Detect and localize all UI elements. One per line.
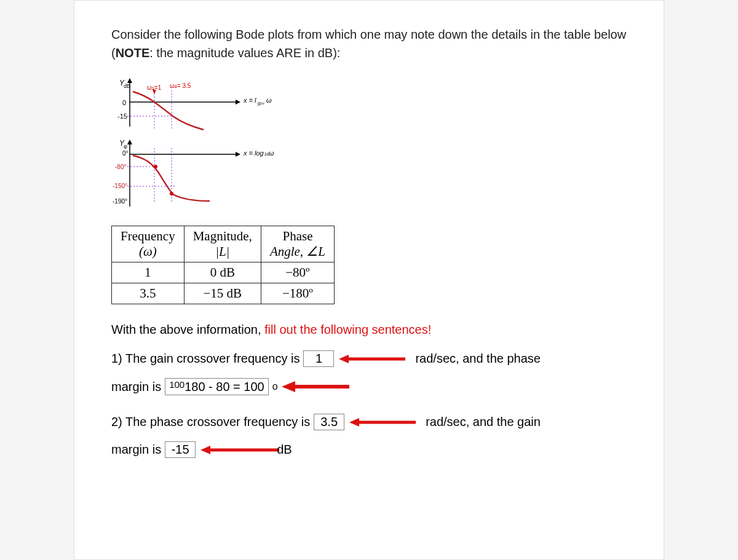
q2-label: 2) The phase crossover frequency is xyxy=(111,415,310,429)
svg-text:ω₂= 3.5: ω₂= 3.5 xyxy=(170,82,191,89)
svg-text:0°: 0° xyxy=(122,150,129,157)
arrow-icon xyxy=(199,444,273,455)
svg-text:ω: ω xyxy=(266,97,272,104)
arrow-icon xyxy=(282,381,355,392)
bode-plot-sketch: YdB 0 -15 ω₁=1 ω₂= 3.5 x = l g₁₀ ω xyxy=(111,74,627,218)
svg-point-31 xyxy=(154,165,157,168)
q1-label2: margin is xyxy=(111,380,161,394)
magnitude-plot: YdB 0 -15 ω₁=1 ω₂= 3.5 x = l g₁₀ ω xyxy=(117,78,272,130)
arrow-icon xyxy=(348,417,422,428)
svg-text:φ: φ xyxy=(124,143,127,149)
svg-text:x = log₁₀ω: x = log₁₀ω xyxy=(243,149,274,157)
intro-text: Consider the following Bode plots from w… xyxy=(111,25,627,62)
svg-text:0: 0 xyxy=(122,99,126,106)
q1-gain-crossover-input[interactable]: 1 xyxy=(303,350,334,367)
q2-line1: 2) The phase crossover frequency is 3.5 … xyxy=(111,414,627,430)
svg-text:-80°: -80° xyxy=(115,164,126,170)
th-frequency: Frequency (ω) xyxy=(112,226,184,262)
svg-marker-1 xyxy=(127,78,132,83)
svg-marker-41 xyxy=(200,446,210,454)
svg-text:g₁₀: g₁₀ xyxy=(258,100,264,106)
svg-marker-12 xyxy=(153,90,156,94)
svg-marker-35 xyxy=(339,355,349,363)
svg-marker-20 xyxy=(236,152,240,157)
cell-mag: 0 dB xyxy=(184,262,261,283)
q1-unit1: rad/sec, and the phase xyxy=(415,352,540,366)
intro-bold: NOTE xyxy=(116,46,150,60)
degree-symbol: o xyxy=(272,381,278,392)
q1-line2: margin is 100180 - 80 = 100 o xyxy=(111,378,627,395)
q2-unit1: rad/sec, and the gain xyxy=(426,415,541,429)
cell-phase: −80º xyxy=(261,262,334,283)
table-row: 3.5 −15 dB −180º xyxy=(112,283,335,304)
table-row: 1 0 dB −80º xyxy=(112,262,335,283)
arrow-icon xyxy=(338,353,411,365)
instruction-emph: fill out the following sentences! xyxy=(264,323,431,336)
svg-marker-3 xyxy=(236,100,240,105)
th-phase: Phase Angle, ∠L xyxy=(261,226,334,262)
cell-mag: −15 dB xyxy=(184,283,261,304)
q1-blank2-sup: 100 xyxy=(169,379,184,390)
q1-line1: 1) The gain crossover frequency is 1 rad… xyxy=(111,350,627,367)
cell-freq: 3.5 xyxy=(112,283,184,304)
q1-blank2-main: 180 - 80 = 100 xyxy=(184,380,264,393)
intro-part2: : the magnitude values ARE in dB): xyxy=(149,46,340,60)
instruction: With the above information, fill out the… xyxy=(111,323,627,337)
svg-marker-39 xyxy=(349,418,359,427)
svg-point-32 xyxy=(170,192,173,195)
svg-text:-150°: -150° xyxy=(113,183,127,189)
q2-unit2: dB xyxy=(277,443,292,457)
svg-marker-37 xyxy=(282,381,295,392)
svg-text:-15: -15 xyxy=(117,112,127,120)
cell-freq: 1 xyxy=(112,262,184,283)
q2-gain-margin-input[interactable]: -15 xyxy=(165,441,196,458)
q2-line2: margin is -15 dB xyxy=(111,441,627,458)
q2-label2: margin is xyxy=(111,443,161,457)
svg-text:dB: dB xyxy=(124,83,130,89)
instruction-prefix: With the above information, xyxy=(111,323,264,336)
svg-marker-18 xyxy=(127,140,132,144)
svg-text:-190°: -190° xyxy=(113,198,127,205)
q1-phase-margin-input[interactable]: 100180 - 80 = 100 xyxy=(165,378,269,395)
q1-label: 1) The gain crossover frequency is xyxy=(111,352,300,366)
phase-plot: Yφ 0° -80° -150° -190° x = log₁₀ω xyxy=(113,139,274,207)
svg-text:x = l: x = l xyxy=(243,97,256,104)
th-magnitude: Magnitude, |L| xyxy=(184,226,261,262)
bode-table: Frequency (ω) Magnitude, |L| Phase Angle… xyxy=(111,226,335,304)
q2-phase-crossover-input[interactable]: 3.5 xyxy=(314,414,344,430)
cell-phase: −180º xyxy=(261,283,334,304)
